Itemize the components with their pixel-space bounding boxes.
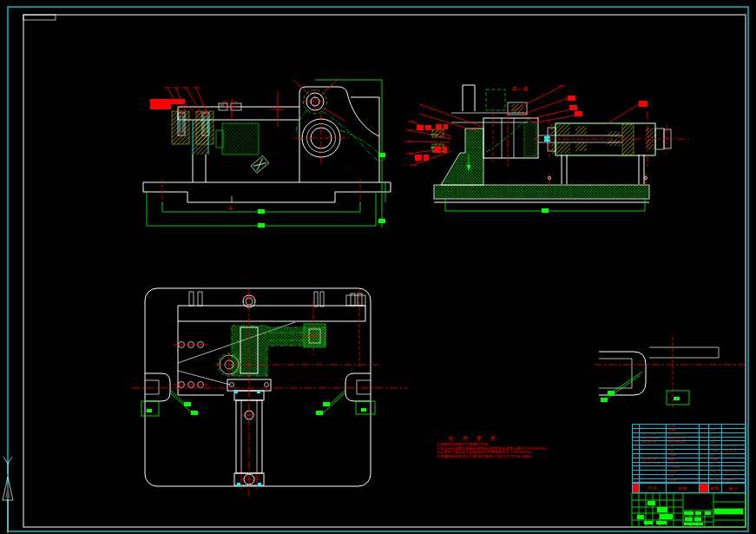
bom-cell-mat: 45 bbox=[709, 433, 722, 437]
bom-cell-no: 6 bbox=[632, 458, 640, 462]
bom-cell-no: 1 bbox=[632, 479, 640, 482]
bom-cell-mat: T10A bbox=[709, 450, 722, 453]
bom-cell-note bbox=[722, 458, 746, 462]
bom-cell-mat: T8A bbox=[709, 471, 722, 474]
hydraulic-cylinder bbox=[538, 123, 671, 188]
bom-header-cell: 代号 bbox=[640, 484, 667, 492]
bom-cell-mat bbox=[709, 425, 722, 428]
bom-header: 序号代号名称数量材料备注 bbox=[632, 483, 746, 493]
bom-row: 12GB/T70-85螺钉 M8×20445 bbox=[632, 432, 746, 437]
bom-cell-qty: 1 bbox=[700, 425, 709, 428]
plan-view[interactable] bbox=[132, 288, 408, 497]
bom-cell-qty: 1 bbox=[700, 454, 709, 458]
section-view[interactable]: A—A bbox=[404, 85, 690, 213]
bom-cell-name: 钻套 bbox=[667, 445, 700, 449]
notes-line: 4.夹紧机构动作灵活可靠,液压系统工作压力不大于6.3MPa。 bbox=[437, 455, 558, 459]
bom-table: 14液压缸113活塞杆14512GB/T70-85螺钉 M8×2044511GB… bbox=[632, 424, 746, 493]
bom-cell-mat: 45 bbox=[709, 441, 722, 445]
bom-cell-mat: HT200 bbox=[709, 475, 722, 478]
bom-cell-note: HRC53-58 bbox=[722, 471, 746, 474]
bom-cell-no: 4 bbox=[632, 466, 640, 470]
bom-cell-name: 螺母 M8 bbox=[667, 463, 700, 466]
bom-row: 9钻套1T10AHRC58-62 bbox=[632, 445, 746, 449]
bom-cell-name: 钻模板 bbox=[667, 454, 700, 458]
bom-header-cell: 数量 bbox=[700, 484, 709, 492]
bom-cell-no: 7 bbox=[632, 454, 640, 458]
centering-marks bbox=[3, 457, 13, 533]
bom-row: 6GB/T97-85垫圈 8165Mn bbox=[632, 458, 746, 462]
bom-cell-note: HRC58-62 bbox=[722, 450, 746, 453]
bom-cell-no: 8 bbox=[632, 450, 640, 453]
bom-cell-qty: 1 bbox=[700, 445, 709, 449]
bom-cell-note bbox=[722, 463, 746, 466]
bom-cell-note bbox=[722, 441, 746, 445]
bom-row: 2支座1HT200 bbox=[632, 474, 746, 478]
bom-row: 5GB/T6170-86螺母 M8145 bbox=[632, 462, 746, 466]
bom-row: 10GB/T68-85螺钉 M6×16445 bbox=[632, 440, 746, 445]
bom-cell-code bbox=[640, 479, 667, 482]
bom-cell-code bbox=[640, 450, 667, 453]
bom-cell-mat: HT200 bbox=[709, 479, 722, 482]
bom-cell-mat: T8A bbox=[709, 438, 722, 441]
technical-notes: 技 术 要 求 1.装配前所有零件均需清洗干净。2.定位元件装配后检验钻套轴线对… bbox=[437, 435, 558, 458]
bom-cell-note: 时效处理 bbox=[722, 479, 746, 482]
bom-cell-note bbox=[722, 438, 746, 441]
svg-text:A: A bbox=[228, 205, 233, 212]
bom-rows: 14液压缸113活塞杆14512GB/T70-85螺钉 M8×2044511GB… bbox=[632, 424, 746, 483]
bom-cell-name: 螺钉 M8×20 bbox=[667, 433, 700, 437]
bom-cell-note bbox=[722, 475, 746, 478]
front-view-hatched-column bbox=[172, 111, 214, 155]
bom-cell-name: 衬套 bbox=[667, 450, 700, 453]
slot-detail-view[interactable] bbox=[595, 337, 745, 408]
cutting-plane-marker: A bbox=[228, 196, 233, 212]
bom-row: 7钻模板145 bbox=[632, 453, 746, 458]
section-label: A—A bbox=[512, 85, 529, 93]
bom-cell-no: 12 bbox=[632, 433, 640, 437]
bom-cell-mat: 65Mn bbox=[709, 458, 722, 462]
bom-cell-code bbox=[640, 475, 667, 478]
bom-cell-name: 支座 bbox=[667, 475, 700, 478]
bom-cell-qty: 2 bbox=[700, 438, 709, 441]
bom-cell-note bbox=[722, 425, 746, 428]
front-view[interactable]: A bbox=[143, 78, 391, 227]
bom-cell-code bbox=[640, 466, 667, 470]
bom-cell-note: HRC58-62 bbox=[722, 445, 746, 449]
bom-cell-name: 活塞杆 bbox=[667, 429, 700, 432]
bom-cell-no: 3 bbox=[632, 471, 640, 474]
bom-row: 3定位销1T8AHRC53-58 bbox=[632, 470, 746, 474]
bom-cell-qty: 4 bbox=[700, 433, 709, 437]
bom-cell-mat: 45 bbox=[709, 466, 722, 470]
bom-cell-qty: 1 bbox=[700, 475, 709, 478]
bom-cell-code bbox=[640, 454, 667, 458]
bom-cell-name: 螺钉 M6×16 bbox=[667, 441, 700, 445]
bom-cell-name: 定位销 bbox=[667, 471, 700, 474]
bom-cell-qty: 1 bbox=[700, 471, 709, 474]
bom-cell-qty: 1 bbox=[700, 429, 709, 432]
bom-cell-qty: 1 bbox=[700, 479, 709, 482]
bom-cell-no: 11 bbox=[632, 438, 640, 441]
bom-cell-qty: 1 bbox=[700, 463, 709, 466]
bom-cell-name: 开口垫圈 bbox=[667, 466, 700, 470]
bom-header-cell: 备注 bbox=[722, 484, 746, 492]
bom-cell-code: GB/T70-85 bbox=[640, 433, 667, 437]
bom-cell-qty: 1 bbox=[700, 458, 709, 462]
bom-row: 8衬套1T10AHRC58-62 bbox=[632, 449, 746, 453]
bom-cell-mat: 45 bbox=[709, 429, 722, 432]
bom-cell-name: 夹具体 bbox=[667, 479, 700, 482]
cad-drawing-canvas[interactable]: A A—A bbox=[0, 0, 756, 534]
bom-cell-no: 2 bbox=[632, 475, 640, 478]
bom-cell-no: 10 bbox=[632, 441, 640, 445]
bom-row: 11GB/T119-86圆柱销 6×302T8A bbox=[632, 437, 746, 441]
bom-cell-name: 液压缸 bbox=[667, 425, 700, 428]
bom-cell-code bbox=[640, 445, 667, 449]
bom-cell-mat: T10A bbox=[709, 445, 722, 449]
bom-cell-note bbox=[722, 466, 746, 470]
bom-cell-code: GB/T68-85 bbox=[640, 441, 667, 445]
bom-cell-note bbox=[722, 433, 746, 437]
bom-cell-code bbox=[640, 425, 667, 428]
bom-cell-qty: 1 bbox=[700, 466, 709, 470]
bom-cell-no: 14 bbox=[632, 425, 640, 428]
bom-cell-name: 圆柱销 6×30 bbox=[667, 438, 700, 441]
bom-cell-mat: 45 bbox=[709, 463, 722, 466]
bom-cell-code: GB/T119-86 bbox=[640, 438, 667, 441]
